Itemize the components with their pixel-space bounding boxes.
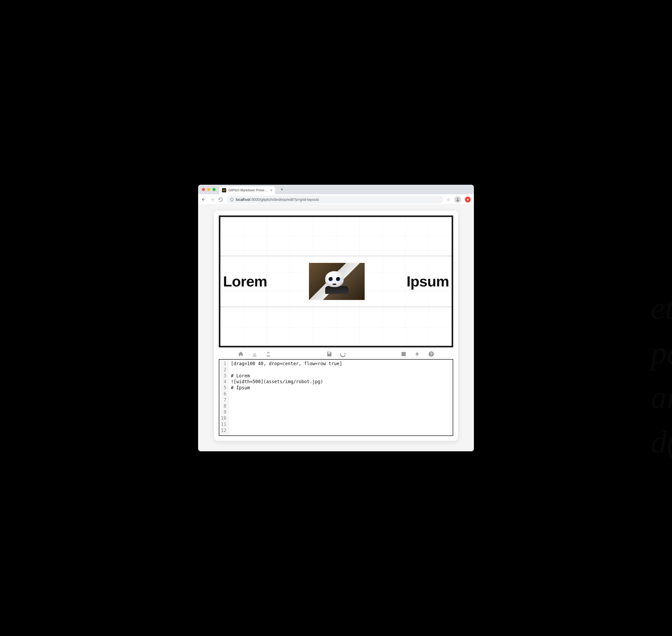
window-maximize-button[interactable] (212, 188, 216, 191)
line-number: 6 (221, 391, 226, 397)
code-line[interactable] (231, 397, 450, 403)
code-line[interactable] (231, 421, 450, 428)
help-button[interactable] (428, 351, 435, 357)
slide-heading-right: Ipsum (406, 273, 449, 290)
line-number: 12 (221, 428, 226, 434)
code-line[interactable] (231, 391, 450, 397)
refresh-button[interactable] (340, 351, 346, 357)
save-button[interactable] (326, 351, 332, 357)
slide-image (309, 263, 365, 300)
line-number: 2 (221, 367, 226, 373)
editor-code[interactable]: [drag=100 40, drop=center, flow=row true… (229, 360, 453, 435)
browser-window: GP GitPitch Markdown Presentatio × + loc… (198, 185, 474, 451)
code-line[interactable] (231, 428, 450, 434)
profile-avatar-button[interactable] (454, 196, 461, 203)
slide-heading-left: Lorem (223, 273, 267, 290)
tab-favicon: GP (222, 188, 226, 192)
flash-button[interactable] (414, 351, 421, 357)
line-number: 7 (221, 397, 226, 403)
tab-bar: GP GitPitch Markdown Presentatio × + (198, 185, 474, 194)
window-controls (202, 188, 216, 191)
info-icon (230, 198, 234, 201)
nav-reload-button[interactable] (218, 197, 223, 202)
code-editor[interactable]: 123456789101112 [drag=100 40, drop=cente… (219, 359, 453, 436)
line-number: 8 (221, 403, 226, 409)
download-button[interactable] (251, 351, 258, 357)
tab-title: GitPitch Markdown Presentatio (228, 188, 268, 192)
extension-icon[interactable] (465, 197, 471, 202)
page-body: Lorem Ipsum (198, 205, 474, 451)
nav-forward-button[interactable] (210, 197, 214, 202)
slide-drop-region: Lorem Ipsum (220, 256, 452, 307)
browser-tab[interactable]: GP GitPitch Markdown Presentatio × (219, 186, 275, 194)
app-card: Lorem Ipsum (214, 211, 458, 440)
editor-toolbar (219, 347, 453, 359)
line-number: 11 (221, 421, 226, 428)
line-number: 1 (221, 361, 226, 367)
svg-point-1 (457, 198, 458, 200)
url-field[interactable]: localhost:9000/gitpitch/desktop/edit?p=g… (227, 196, 443, 203)
code-line[interactable]: [drag=100 40, drop=center, flow=row true… (231, 361, 450, 367)
home-button[interactable] (237, 351, 244, 357)
address-bar: localhost:9000/gitpitch/desktop/edit?p=g… (198, 194, 474, 205)
editor-gutter: 123456789101112 (219, 360, 229, 435)
line-number: 9 (221, 409, 226, 415)
bookmark-star-icon[interactable]: ☆ (447, 197, 450, 202)
window-close-button[interactable] (202, 188, 205, 191)
nav-back-button[interactable] (201, 197, 206, 202)
line-number: 10 (221, 415, 226, 421)
code-line[interactable] (231, 415, 450, 421)
code-line[interactable] (231, 403, 450, 409)
line-number: 3 (221, 373, 226, 379)
code-line[interactable]: ![width=500](assets/img/robot.jpg) (231, 379, 450, 385)
code-line[interactable]: # Lorem (231, 373, 450, 379)
tab-close-button[interactable]: × (270, 188, 272, 192)
url-text: localhost:9000/gitpitch/desktop/edit?p=g… (236, 197, 319, 202)
new-tab-button[interactable]: + (279, 186, 285, 193)
window-minimize-button[interactable] (207, 188, 210, 191)
code-line[interactable] (231, 409, 450, 415)
line-number: 4 (221, 379, 226, 385)
slide-preview[interactable]: Lorem Ipsum (219, 215, 453, 347)
upload-button[interactable] (265, 351, 272, 357)
present-button[interactable] (400, 351, 407, 357)
line-number: 5 (221, 385, 226, 391)
code-line[interactable] (231, 367, 450, 373)
code-line[interactable]: # Ipsum (231, 385, 450, 391)
